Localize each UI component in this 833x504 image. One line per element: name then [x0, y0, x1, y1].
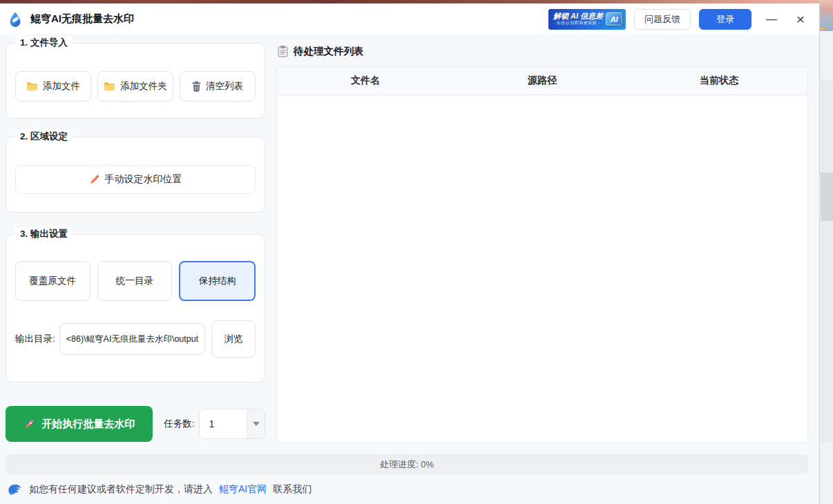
window-title: 鲲穹AI无痕批量去水印 [30, 12, 134, 26]
file-import-legend: 1. 文件导入 [15, 36, 73, 50]
set-watermark-position-label: 手动设定水印位置 [105, 173, 182, 186]
file-table-header: 文件名 源路径 当前状态 [277, 67, 807, 95]
start-batch-label: 开始执行批量去水印 [41, 418, 135, 431]
clipboard-icon [278, 46, 288, 57]
file-list-title: 待处理文件列表 [294, 45, 364, 58]
file-import-section: 1. 文件导入 添加文件 [6, 43, 265, 119]
add-file-label: 添加文件 [43, 80, 80, 93]
task-count-stepper [199, 409, 265, 439]
output-directory-label: 输出目录: [15, 333, 55, 345]
task-count-input[interactable] [200, 409, 247, 438]
task-count-dropdown-button[interactable] [247, 409, 265, 438]
add-folder-button[interactable]: 添加文件夹 [97, 71, 173, 101]
main-content: 1. 文件导入 添加文件 [0, 35, 819, 504]
ai-badge-icon: AI [606, 12, 622, 26]
output-section: 3. 输出设置 覆盖原文件 统一目录 保持结构 输出目录: 浏览 [6, 234, 265, 382]
chevron-down-icon [253, 422, 260, 426]
background-scrollbar-track[interactable] [821, 79, 833, 442]
folder-icon [26, 81, 38, 91]
promo-banner-text: 解锁 AI 信息差 - 你的认知即将被刷新 - [553, 12, 603, 26]
output-directory-row: 输出目录: 浏览 [15, 320, 256, 358]
file-table: 文件名 源路径 当前状态 [276, 66, 808, 443]
promo-banner-subtitle: - 你的认知即将被刷新 - [553, 20, 603, 26]
trash-icon [192, 81, 201, 92]
pencil-icon [89, 175, 99, 185]
file-table-body[interactable] [277, 95, 807, 442]
task-count-label: 任务数: [164, 418, 194, 430]
action-row: 开始执行批量去水印 任务数: [6, 406, 265, 442]
output-mode-options: 覆盖原文件 统一目录 保持结构 [15, 261, 256, 301]
footer: 如您有任何建议或者软件定制开发，请进入 鲲穹AI官网 联系我们 [6, 474, 808, 504]
file-list-header: 待处理文件列表 [278, 44, 808, 58]
promo-banner[interactable]: 解锁 AI 信息差 - 你的认知即将被刷新 - AI [548, 9, 626, 30]
whale-icon [7, 483, 23, 496]
app-logo-water-drop-icon [7, 11, 23, 28]
app-window: 鲲穹AI无痕批量去水印 解锁 AI 信息差 - 你的认知即将被刷新 - AI 问… [0, 3, 819, 504]
folder-icon [104, 81, 115, 91]
feedback-button[interactable]: 问题反馈 [634, 9, 691, 30]
region-section: 2. 区域设定 手动设定水印位置 [6, 137, 265, 213]
close-button[interactable]: × [792, 11, 810, 28]
progress-text: 处理进度: 0% [380, 458, 434, 471]
clear-list-button[interactable]: 清空列表 [180, 71, 256, 101]
clear-list-label: 清空列表 [206, 80, 243, 93]
rocket-icon [23, 418, 35, 430]
set-watermark-position-button[interactable]: 手动设定水印位置 [15, 165, 256, 194]
login-button[interactable]: 登录 [699, 9, 751, 30]
minimize-button[interactable]: — [763, 13, 781, 26]
background-window-detail [821, 28, 824, 30]
add-file-button[interactable]: 添加文件 [15, 71, 91, 101]
start-batch-button[interactable]: 开始执行批量去水印 [6, 406, 153, 442]
background-window-right-edge [819, 0, 833, 504]
progress-bar: 处理进度: 0% [6, 454, 808, 474]
region-legend: 2. 区域设定 [15, 130, 73, 144]
add-folder-label: 添加文件夹 [120, 80, 167, 93]
browse-button[interactable]: 浏览 [211, 320, 256, 358]
footer-text-after: 联系我们 [273, 483, 312, 496]
footer-website-link[interactable]: 鲲穹AI官网 [219, 483, 267, 496]
output-legend: 3. 输出设置 [15, 227, 73, 241]
background-window-content [820, 0, 833, 31]
titlebar: 鲲穹AI无痕批量去水印 解锁 AI 信息差 - 你的认知即将被刷新 - AI 问… [0, 3, 819, 35]
column-filename: 文件名 [277, 75, 454, 87]
background-scrollbar-thumb[interactable] [821, 173, 833, 221]
promo-banner-title: 解锁 AI 信息差 [553, 12, 603, 20]
settings-panel: 1. 文件导入 添加文件 [6, 40, 265, 443]
option-keep-structure[interactable]: 保持结构 [179, 261, 256, 301]
footer-text-before: 如您有任何建议或者软件定制开发，请进入 [29, 483, 213, 496]
column-source-path: 源路径 [454, 75, 631, 87]
column-status: 当前状态 [631, 75, 807, 87]
option-overwrite-original[interactable]: 覆盖原文件 [15, 261, 90, 301]
option-unified-directory[interactable]: 统一目录 [97, 261, 173, 301]
output-directory-input[interactable] [59, 323, 205, 355]
file-list-panel: 待处理文件列表 文件名 源路径 当前状态 [276, 40, 808, 443]
